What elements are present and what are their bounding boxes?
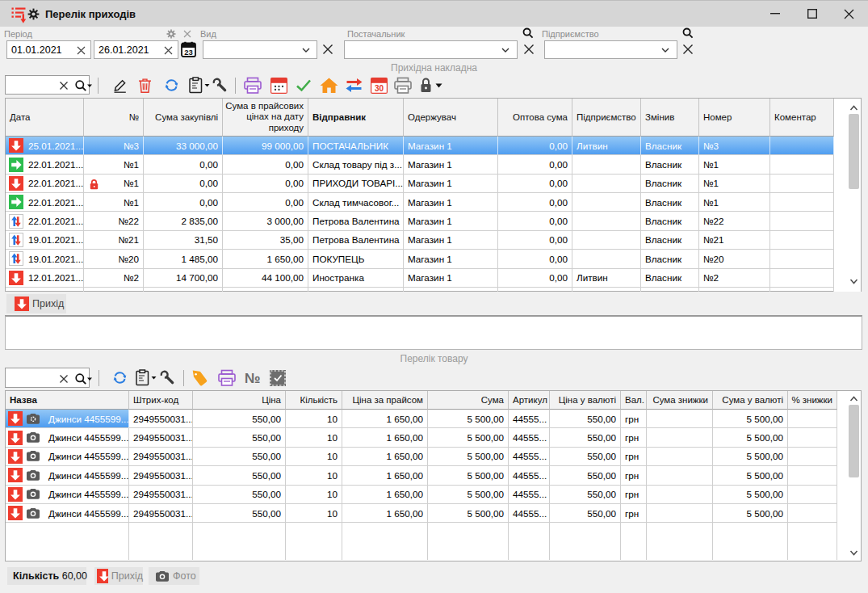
svg-text:23: 23 [184,48,193,57]
svg-text:30: 30 [375,84,384,93]
